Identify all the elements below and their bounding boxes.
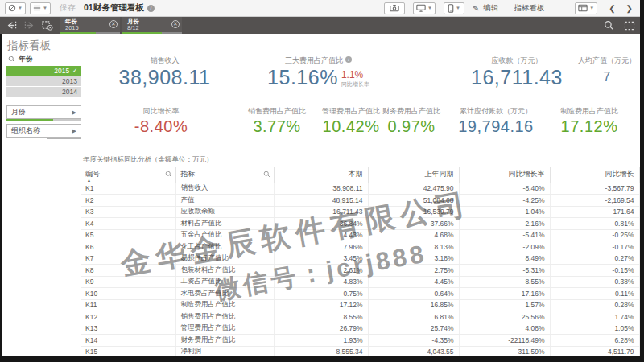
table-row[interactable]: K14财务费用占产值比1.93%-4.35%-22118.49%6.28% [80,335,639,347]
row-indicator-cell[interactable]: 销售收入 [175,183,274,195]
row-indicator-cell[interactable]: 应收款余额 [175,206,274,218]
row-value-cell: 4.45% [368,276,459,288]
row-id-cell[interactable]: K7 [80,253,175,265]
col-header-yoy-growth[interactable]: 同比增长 [550,167,639,183]
step-back-icon[interactable] [5,20,18,31]
column-search-icon[interactable] [165,171,172,179]
app-info-icon[interactable]: i [147,5,155,12]
row-id-cell[interactable]: K2 [80,195,175,207]
row-indicator-cell[interactable]: 包装材料占产值比 [175,265,274,277]
row-id-cell[interactable]: K11 [80,299,175,311]
row-id-cell[interactable]: K8 [80,265,175,277]
row-indicator-cell[interactable]: 易损件占产值比 [175,253,274,265]
row-indicator-cell[interactable]: 水电费占产值比 [175,288,274,300]
row-id-cell[interactable]: K9 [80,276,175,288]
table-row[interactable]: K1销售收入38,908.1142,475.90-8.40%-3,567.79 [80,183,639,195]
table-row[interactable]: K5五金占产值比4.43%4.68%-5.41%-0.25% [80,229,639,241]
table-row[interactable]: K6化工占产值比7.96%8.13%-2.09%-0.17% [80,241,639,253]
row-value-cell: 1.74% [550,311,639,323]
sheet-navigator-button[interactable]: ▼ [575,2,597,14]
row-id-cell[interactable]: K13 [80,323,175,335]
row-id-cell[interactable]: K14 [80,335,175,347]
next-sheet-button[interactable]: ❯ [623,4,636,13]
clear-selections-icon[interactable] [40,20,53,31]
remove-filter-icon[interactable]: ✕ [109,20,118,28]
edit-button[interactable]: 编辑 [483,3,498,14]
row-value-cell: 7.96% [274,241,368,253]
snapshot-button[interactable] [384,2,405,14]
kpi-title: 三大费用占产值比i [240,56,397,65]
table-title: 年度关键指标同比分析（金额单位：万元） [80,155,639,165]
storytelling-button[interactable]: ▼ [413,2,436,14]
listbox-item-label: 2015 [54,67,69,75]
listbox-item-2015[interactable]: 2015 ✓ [6,66,81,76]
kpi-title: 人均产值（万元） [575,56,639,65]
row-value-cell: 25.56% [459,311,550,323]
table-row[interactable]: K13管理费用占产值比26.79%25.74%4.08%1.05% [80,323,639,335]
table-row[interactable]: K8包装材料占产值比2.61%2.75%-5.31%-0.15% [80,265,639,277]
app-options-button[interactable]: ▼ [30,2,51,14]
row-value-cell: 6.28% [550,335,639,347]
save-button[interactable]: 保存 [60,2,76,14]
previous-sheet-button[interactable]: ❮ [605,4,618,13]
filter-chip-year[interactable]: 年份 2015 ✕ [60,17,120,34]
row-indicator-cell[interactable]: 制造费用占产值比 [175,299,274,311]
row-value-cell: 8.49% [459,253,550,265]
smart-search-icon[interactable] [602,20,615,31]
filter-collapsed-org[interactable]: 组织名称 ▶ [6,124,81,138]
filter-label: 月份 [11,107,26,117]
col-header-current[interactable]: 本期 [274,167,368,183]
filter-chip-month[interactable]: 月份 8/12 ✕ [122,17,182,34]
global-menu-button[interactable]: ▼ [5,2,26,14]
row-value-cell: 8.13% [368,241,459,253]
row-id-cell[interactable]: K3 [80,206,175,218]
table-row[interactable]: K11制造费用占产值比17.12%16.85%1.57%0.28% [80,299,639,311]
phone-icon [448,4,454,13]
table-row[interactable]: K3应收款余额16,711.4316,539.791.04%171.64 [80,206,639,218]
monitor-icon [416,4,426,12]
row-value-cell: -2,169.54 [550,195,639,207]
row-indicator-cell[interactable]: 化工占产值比 [175,241,274,253]
row-indicator-cell[interactable]: 管理费用占产值比 [175,323,274,335]
row-id-cell[interactable]: K6 [80,241,175,253]
window-edge-left [0,34,2,356]
row-indicator-cell[interactable]: 五金占产值比 [175,229,274,241]
row-indicator-cell[interactable]: 销售费用占产值比 [175,311,274,323]
row-indicator-cell[interactable]: 材料占产值比 [175,218,274,230]
row-id-cell[interactable]: K10 [80,288,175,300]
row-indicator-cell[interactable]: 财务费用占产值比 [175,335,274,347]
col-header-yoy-rate[interactable]: 同比增长率 [459,167,550,183]
table-row[interactable]: K2产值48,915.1451,084.68-4.25%-2,169.54 [80,195,639,207]
filter-collapsed-month[interactable]: 月份 ▶ [6,105,81,119]
info-icon[interactable]: i [345,56,352,63]
table-row[interactable]: K12销售费用占产值比8.55%6.81%25.56%1.74% [80,311,639,323]
listbox-header[interactable]: 年份 [6,53,81,65]
col-header-id[interactable]: 编号 ▲ [80,167,175,183]
device-preview-button[interactable]: ▼ [444,2,464,14]
filter-selected-value: 8/12 [127,25,169,31]
chevron-down-icon: ▼ [427,6,432,10]
table-row[interactable]: K4材料占产值比36.84%37.66%-2.16%-0.81% [80,218,639,230]
row-indicator-cell[interactable]: 产值 [175,195,274,207]
listbox-item-2013[interactable]: 2013 [6,76,81,86]
row-id-cell[interactable]: K4 [80,218,175,230]
row-indicator-cell[interactable]: 工资占产值比 [175,276,274,288]
row-value-cell: 8.55% [459,276,550,288]
listbox-item-2014[interactable]: 2014 [6,87,81,97]
col-header-indicator[interactable]: 指标 [175,167,274,183]
kpi-title: 制造费用占产值比 [536,107,642,116]
sheet-grid-icon [578,4,588,12]
table-row[interactable]: K7易损件占产值比3.45%3.18%8.49%0.27% [80,253,639,265]
remove-filter-icon[interactable]: ✕ [171,20,180,28]
step-forward-icon[interactable] [23,20,35,31]
col-header-prior-year[interactable]: 上年同期 [368,167,459,183]
column-search-icon[interactable] [263,171,270,179]
row-id-cell[interactable]: K12 [80,311,175,323]
selections-tool-icon[interactable] [623,20,636,31]
table-row[interactable]: K10水电费占产值比0.75%0.64%17.16%0.11% [80,288,639,300]
row-value-cell: -0.81% [550,218,639,230]
row-id-cell[interactable]: K5 [80,229,175,241]
row-id-cell[interactable]: K1 [80,183,175,195]
row-value-cell: 17.12% [274,299,368,311]
table-row[interactable]: K9工资占产值比4.83%4.45%8.55%0.38% [80,276,639,288]
